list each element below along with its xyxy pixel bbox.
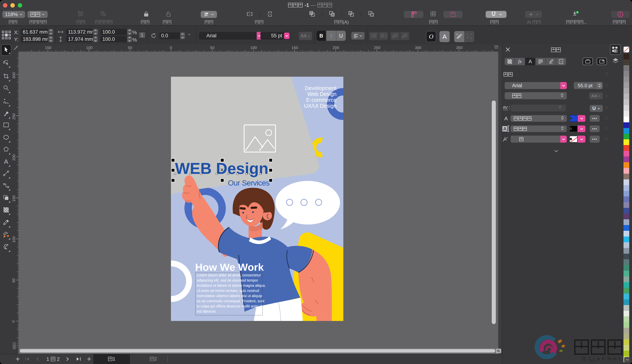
svg-text:A: A xyxy=(503,136,507,142)
svg-text:in culpa qui officia deserunt: in culpa qui officia deserunt mollit ani… xyxy=(197,304,262,308)
svg-text:a: a xyxy=(468,35,469,38)
svg-text:Development: Development xyxy=(305,85,336,91)
svg-text:Our Services: Our Services xyxy=(228,179,270,187)
svg-text:est laborum.: est laborum. xyxy=(197,309,216,313)
svg-text:Ut enim ad minim veniam, quis: Ut enim ad minim veniam, quis nostrud xyxy=(197,288,259,293)
svg-text:incididunt ut labore et dolore: incididunt ut labore et dolore magna ali… xyxy=(197,284,266,288)
svg-text:a: a xyxy=(458,35,459,38)
svg-text:adipiscing elit, sed do eiusmo: adipiscing elit, sed do eiusmod tempor xyxy=(197,278,258,282)
svg-text:How We Work: How We Work xyxy=(195,261,264,273)
svg-text:E-commerce: E-commerce xyxy=(306,97,336,103)
svg-text:exercitation ullamco laboris n: exercitation ullamco laboris nisi ut ali… xyxy=(197,294,262,298)
svg-text:WEB Design: WEB Design xyxy=(175,160,268,177)
svg-text:V: V xyxy=(505,105,508,110)
svg-text:Lorem ipsum dolor sit amet, co: Lorem ipsum dolor sit amet, consectetur xyxy=(197,273,261,277)
svg-text:Web Design: Web Design xyxy=(308,91,336,97)
svg-text:UX/UI Design: UX/UI Design xyxy=(304,103,336,109)
svg-text:ex ea commodo consequat. Proid: ex ea commodo consequat. Proident, sunt xyxy=(197,299,264,303)
